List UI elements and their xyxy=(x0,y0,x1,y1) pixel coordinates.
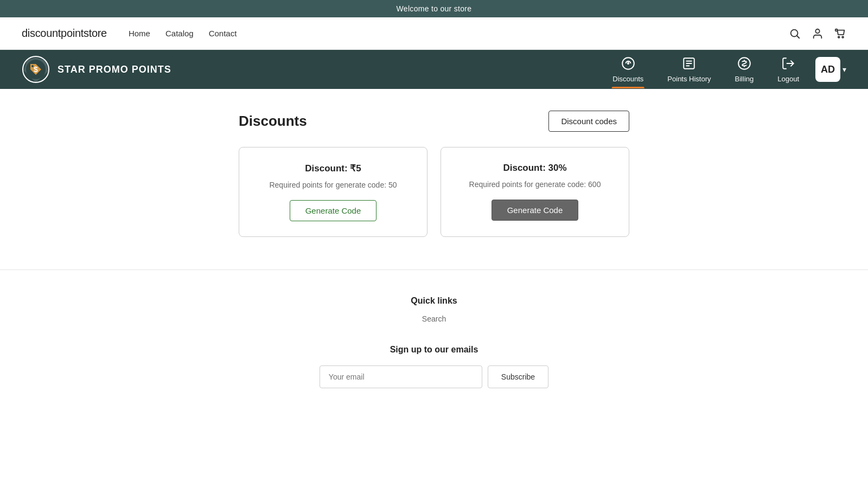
discount-card-1-desc: Required points for generate code: 50 xyxy=(269,181,397,189)
promo-title: STAR PROMO POINTS xyxy=(58,64,171,75)
announcement-text: Welcome to our store xyxy=(397,4,472,13)
discount-card-2-title: Discount: 30% xyxy=(503,163,566,174)
main-nav: discountpointstore Home Catalog Contact xyxy=(0,17,868,50)
nav-icons xyxy=(789,28,846,40)
discounts-label: Discounts xyxy=(612,75,643,83)
discounts-header: Discounts Discount codes xyxy=(239,111,629,132)
promo-logo-icon: $ xyxy=(22,55,50,84)
user-avatar[interactable]: AD xyxy=(815,57,840,82)
svg-point-5 xyxy=(842,36,844,38)
subscribe-button[interactable]: Subscribe xyxy=(488,365,548,388)
promo-nav-points-history[interactable]: Points History xyxy=(655,51,723,88)
svg-point-4 xyxy=(838,36,840,38)
nav-links: Home Catalog Contact xyxy=(129,29,789,38)
discount-codes-button[interactable]: Discount codes xyxy=(548,111,629,132)
logout-icon xyxy=(781,56,795,73)
discount-card-1-title: Discount: ₹5 xyxy=(305,163,361,174)
dropdown-arrow-icon[interactable]: ▾ xyxy=(843,65,846,74)
promo-nav-discounts[interactable]: Discounts xyxy=(601,51,655,88)
nav-link-home[interactable]: Home xyxy=(129,29,150,38)
discount-card-2: Discount: 30% Required points for genera… xyxy=(441,147,629,237)
search-icon[interactable] xyxy=(789,28,801,40)
footer-search-link[interactable]: Search xyxy=(11,314,857,323)
discount-card-1: Discount: ₹5 Required points for generat… xyxy=(239,147,427,237)
logout-label: Logout xyxy=(777,75,799,83)
svg-text:$: $ xyxy=(34,65,38,74)
nav-link-contact[interactable]: Contact xyxy=(209,29,237,38)
footer: Quick links Search Sign up to our emails… xyxy=(0,270,868,410)
promo-nav: Discounts Points History B xyxy=(601,51,846,88)
billing-label: Billing xyxy=(735,75,754,83)
discounts-icon xyxy=(621,56,635,73)
email-input[interactable] xyxy=(320,365,482,388)
promo-logo: $ STAR PROMO POINTS xyxy=(22,55,171,84)
svg-point-0 xyxy=(791,29,798,36)
promo-nav-logout[interactable]: Logout xyxy=(765,51,811,88)
email-signup-form: Subscribe xyxy=(11,365,857,388)
svg-point-12 xyxy=(628,62,629,63)
quick-links-title: Quick links xyxy=(11,296,857,306)
discount-card-2-desc: Required points for generate code: 600 xyxy=(469,180,601,189)
generate-code-button-1[interactable]: Generate Code xyxy=(290,200,377,221)
signup-title: Sign up to our emails xyxy=(11,345,857,355)
svg-line-1 xyxy=(797,36,799,38)
page-title: Discounts xyxy=(239,113,307,130)
store-name[interactable]: discountpointstore xyxy=(22,27,107,40)
points-history-icon xyxy=(682,56,696,73)
svg-point-2 xyxy=(815,29,819,33)
promo-bar: $ STAR PROMO POINTS Discounts xyxy=(0,50,868,89)
generate-code-button-2[interactable]: Generate Code xyxy=(492,200,579,221)
discount-cards: Discount: ₹5 Required points for generat… xyxy=(239,147,629,237)
points-history-label: Points History xyxy=(667,75,711,83)
cart-icon[interactable] xyxy=(834,28,846,40)
nav-link-catalog[interactable]: Catalog xyxy=(165,29,194,38)
announcement-bar: Welcome to our store xyxy=(0,0,868,17)
billing-icon xyxy=(737,56,751,73)
account-icon[interactable] xyxy=(812,28,824,40)
promo-nav-billing[interactable]: Billing xyxy=(723,51,766,88)
main-content: Discounts Discount codes Discount: ₹5 Re… xyxy=(228,89,640,269)
